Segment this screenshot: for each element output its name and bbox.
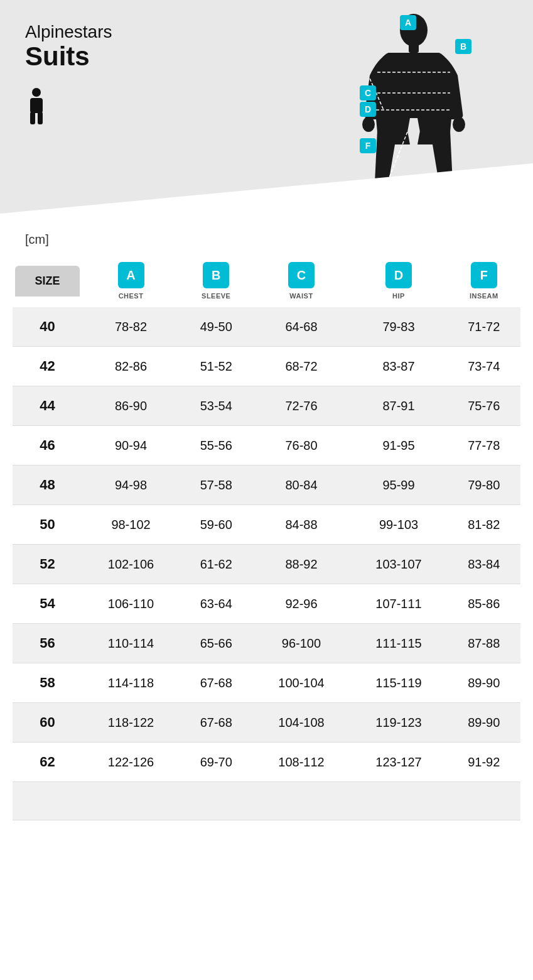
svg-text:D: D — [365, 104, 371, 114]
empty-cell — [13, 782, 82, 820]
svg-rect-3 — [38, 112, 43, 124]
chest-cell: 114-118 — [82, 663, 180, 703]
sleeve-cell: 67-68 — [180, 663, 252, 703]
col-label-f: INSEAM — [450, 292, 518, 300]
table-row: 60118-12267-68104-108119-12389-90 — [13, 703, 520, 743]
chest-cell: 102-106 — [82, 545, 180, 584]
size-table: SIZE A CHEST B SLEEVE C WAIST D HIP — [13, 257, 520, 820]
table-row: 56110-11465-6696-100111-11587-88 — [13, 624, 520, 663]
sleeve-cell: 55-56 — [180, 426, 252, 466]
empty-cell — [82, 782, 180, 820]
waist-cell: 100-104 — [252, 663, 350, 703]
chest-cell: 94-98 — [82, 466, 180, 505]
hip-cell: 91-95 — [350, 426, 448, 466]
empty-cell — [448, 782, 520, 820]
inseam-cell: 71-72 — [448, 307, 520, 347]
svg-point-0 — [32, 88, 41, 97]
chest-cell: 110-114 — [82, 624, 180, 663]
size-cell: 40 — [13, 307, 82, 347]
col-header-d: D HIP — [350, 257, 448, 307]
size-header-cell: SIZE — [13, 257, 82, 307]
sleeve-cell: 51-52 — [180, 347, 252, 386]
table-row: 4078-8249-5064-6879-8371-72 — [13, 307, 520, 347]
svg-text:A: A — [405, 18, 411, 28]
chest-cell: 118-122 — [82, 703, 180, 743]
col-header-f: F INSEAM — [448, 257, 520, 307]
col-label-a: CHEST — [85, 292, 177, 300]
inseam-cell: 91-92 — [448, 743, 520, 782]
waist-cell: 72-76 — [252, 386, 350, 426]
empty-cell — [252, 782, 350, 820]
chest-cell: 122-126 — [82, 743, 180, 782]
waist-cell: 104-108 — [252, 703, 350, 743]
svg-rect-1 — [30, 98, 43, 113]
svg-text:F: F — [365, 141, 371, 151]
size-cell: 54 — [13, 584, 82, 624]
svg-rect-2 — [30, 112, 35, 124]
sleeve-cell: 61-62 — [180, 545, 252, 584]
table-row: 5098-10259-6084-8899-10381-82 — [13, 505, 520, 545]
chest-cell: 106-110 — [82, 584, 180, 624]
header-section: Alpinestars Suits — [0, 0, 533, 214]
waist-cell: 76-80 — [252, 426, 350, 466]
chest-cell: 86-90 — [82, 386, 180, 426]
svg-point-7 — [453, 117, 465, 132]
waist-cell: 108-112 — [252, 743, 350, 782]
table-section: [cm] SIZE A CHEST B SLEEVE C WAIST — [0, 232, 533, 846]
inseam-cell: 75-76 — [448, 386, 520, 426]
inseam-cell: 73-74 — [448, 347, 520, 386]
inseam-cell: 85-86 — [448, 584, 520, 624]
chest-cell: 98-102 — [82, 505, 180, 545]
sleeve-cell: 59-60 — [180, 505, 252, 545]
waist-cell: 92-96 — [252, 584, 350, 624]
table-row-empty — [13, 782, 520, 820]
sleeve-cell: 49-50 — [180, 307, 252, 347]
waist-cell: 84-88 — [252, 505, 350, 545]
badge-c: C — [288, 262, 315, 288]
table-row: 52102-10661-6288-92103-10783-84 — [13, 545, 520, 584]
hip-cell: 83-87 — [350, 347, 448, 386]
inseam-cell: 89-90 — [448, 703, 520, 743]
table-row: 4282-8651-5268-7283-8773-74 — [13, 347, 520, 386]
badge-a: A — [118, 262, 144, 288]
size-cell: 48 — [13, 466, 82, 505]
badge-f: F — [471, 262, 497, 288]
size-cell: 58 — [13, 663, 82, 703]
table-row: 54106-11063-6492-96107-11185-86 — [13, 584, 520, 624]
sleeve-cell: 65-66 — [180, 624, 252, 663]
sleeve-cell: 67-68 — [180, 703, 252, 743]
hip-cell: 99-103 — [350, 505, 448, 545]
svg-text:B: B — [460, 41, 466, 52]
waist-cell: 64-68 — [252, 307, 350, 347]
svg-rect-5 — [409, 44, 419, 53]
body-diagram: A B C D F — [332, 13, 495, 207]
sleeve-cell: 69-70 — [180, 743, 252, 782]
chest-cell: 82-86 — [82, 347, 180, 386]
svg-text:C: C — [365, 88, 371, 98]
unit-label: [cm] — [25, 232, 520, 247]
inseam-cell: 83-84 — [448, 545, 520, 584]
waist-cell: 80-84 — [252, 466, 350, 505]
waist-cell: 96-100 — [252, 624, 350, 663]
badge-b: B — [203, 262, 229, 288]
svg-point-8 — [372, 182, 391, 193]
col-label-d: HIP — [353, 292, 445, 300]
size-cell: 44 — [13, 386, 82, 426]
size-cell: 50 — [13, 505, 82, 545]
size-cell: 62 — [13, 743, 82, 782]
col-header-b: B SLEEVE — [180, 257, 252, 307]
waist-cell: 68-72 — [252, 347, 350, 386]
table-header-row: SIZE A CHEST B SLEEVE C WAIST D HIP — [13, 257, 520, 307]
svg-point-9 — [436, 182, 455, 193]
sleeve-cell: 63-64 — [180, 584, 252, 624]
hip-cell: 115-119 — [350, 663, 448, 703]
inseam-cell: 89-90 — [448, 663, 520, 703]
hip-cell: 87-91 — [350, 386, 448, 426]
hip-cell: 79-83 — [350, 307, 448, 347]
waist-cell: 88-92 — [252, 545, 350, 584]
svg-point-6 — [362, 117, 375, 132]
hip-cell: 119-123 — [350, 703, 448, 743]
hip-cell: 95-99 — [350, 466, 448, 505]
inseam-cell: 87-88 — [448, 624, 520, 663]
empty-cell — [350, 782, 448, 820]
